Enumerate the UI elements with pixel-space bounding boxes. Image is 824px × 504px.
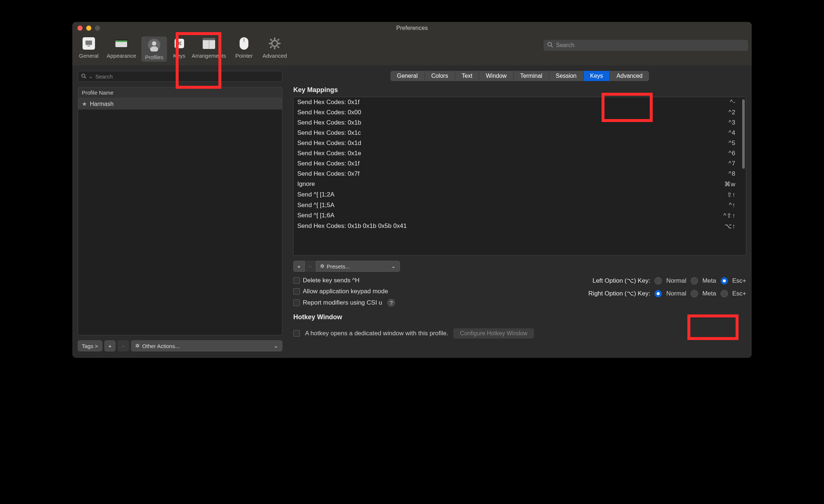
- add-profile-button[interactable]: +: [104, 340, 116, 351]
- tab-advanced[interactable]: Advanced: [610, 71, 649, 81]
- delete-key-checkbox[interactable]: [293, 277, 300, 284]
- presets-button[interactable]: ✲ Presets... ⌄: [316, 261, 400, 272]
- svg-line-21: [270, 39, 272, 41]
- svg-point-7: [152, 41, 156, 46]
- gear-icon: ✲: [320, 263, 325, 270]
- radio-label: Esc+: [732, 290, 746, 297]
- svg-point-27: [82, 74, 85, 77]
- pointer-icon: [237, 37, 251, 50]
- key-action: Send Hex Codes: 0x1d: [297, 140, 361, 147]
- key-shortcut: ⇧↑: [727, 191, 736, 199]
- help-icon[interactable]: ?: [387, 299, 395, 307]
- scrollbar-thumb[interactable]: [742, 99, 745, 169]
- right-option-meta[interactable]: [691, 290, 698, 297]
- toolbar-item-advanced[interactable]: Advanced: [262, 37, 287, 62]
- toolbar-label: Arrangements: [192, 53, 226, 59]
- svg-rect-13: [209, 40, 209, 49]
- toolbar-item-pointer[interactable]: Pointer: [231, 37, 257, 62]
- profiles-icon: [147, 38, 161, 52]
- key-action: Send Hex Codes: 0x1b 0x1b 0x5b 0x41: [297, 222, 407, 230]
- toolbar-item-general[interactable]: General: [76, 37, 102, 62]
- hotkey-checkbox[interactable]: [293, 330, 300, 337]
- radio-label: Esc+: [732, 277, 746, 285]
- tab-terminal[interactable]: Terminal: [514, 71, 549, 81]
- tab-colors[interactable]: Colors: [425, 71, 455, 81]
- keypad-checkbox[interactable]: [293, 288, 300, 295]
- svg-rect-12: [203, 38, 215, 40]
- key-shortcut: ^8: [729, 170, 736, 177]
- csi-u-checkbox[interactable]: [293, 299, 300, 306]
- key-shortcut: ^7: [729, 160, 736, 167]
- window-title: Preferences: [72, 25, 752, 31]
- toolbar-label: Appearance: [107, 53, 136, 59]
- configure-hotkey-button[interactable]: Configure Hotkey Window: [453, 328, 534, 339]
- radio-label: Normal: [666, 290, 686, 297]
- other-actions-button[interactable]: ✲ Other Actions... ⌄: [131, 340, 282, 351]
- toolbar-item-keys[interactable]: ⌘ Keys: [172, 37, 187, 62]
- key-mapping-row[interactable]: Ignore⌘w: [294, 179, 746, 190]
- hotkey-label: A hotkey opens a dedicated window with t…: [305, 330, 448, 337]
- remove-mapping-button[interactable]: −: [305, 261, 316, 272]
- key-action: Send Hex Codes: 0x1b: [297, 119, 361, 126]
- key-mapping-row[interactable]: Send Hex Codes: 0x7f^8: [294, 169, 746, 179]
- key-shortcut: ^2: [729, 109, 736, 116]
- profile-list-header: Profile Name: [78, 87, 282, 98]
- key-shortcut: ^3: [729, 119, 736, 126]
- left-option-esc[interactable]: [721, 277, 728, 285]
- key-mapping-row[interactable]: Send Hex Codes: 0x1b^3: [294, 118, 746, 128]
- svg-rect-2: [87, 46, 90, 46]
- svg-line-26: [551, 46, 553, 47]
- tab-window[interactable]: Window: [479, 71, 514, 81]
- profile-search[interactable]: ⌄ Search: [78, 71, 282, 82]
- right-option-esc[interactable]: [721, 290, 728, 297]
- tags-button[interactable]: Tags >: [78, 340, 102, 351]
- key-shortcut: ^-: [730, 99, 736, 106]
- key-action: Send Hex Codes: 0x1c: [297, 129, 361, 137]
- key-shortcut: ^4: [729, 129, 736, 137]
- chevron-down-icon: ⌄: [88, 73, 93, 80]
- key-mapping-row[interactable]: Send ^[ [1;2A⇧↑: [294, 190, 746, 200]
- key-mapping-row[interactable]: Send ^[ [1;5A^↑: [294, 200, 746, 210]
- toolbar-item-arrangements[interactable]: Arrangements: [192, 37, 226, 62]
- tab-general[interactable]: General: [390, 71, 425, 81]
- key-shortcut: ^⇧↑: [724, 212, 736, 219]
- key-action: Send ^[ [1;2A: [297, 191, 335, 199]
- toolbar-item-appearance[interactable]: Appearance: [107, 37, 136, 62]
- key-action: Send Hex Codes: 0x1e: [297, 150, 361, 157]
- profile-search-placeholder: Search: [95, 73, 113, 80]
- key-mapping-row[interactable]: Send Hex Codes: 0x1b 0x1b 0x5b 0x41⌥↑: [294, 221, 746, 232]
- profile-row[interactable]: ★ Harmash: [78, 98, 282, 110]
- right-option-normal[interactable]: [655, 290, 662, 297]
- tab-text[interactable]: Text: [455, 71, 479, 81]
- key-mapping-row[interactable]: Send Hex Codes: 0x1f^-: [294, 97, 746, 107]
- svg-line-23: [270, 46, 272, 48]
- svg-line-22: [278, 46, 279, 48]
- key-mapping-row[interactable]: Send Hex Codes: 0x1d^5: [294, 138, 746, 148]
- toolbar-search[interactable]: Search: [543, 40, 748, 51]
- left-option-normal[interactable]: [655, 277, 662, 285]
- svg-rect-1: [85, 41, 92, 45]
- left-option-meta[interactable]: [691, 277, 698, 285]
- other-actions-label: Other Actions...: [142, 343, 180, 349]
- key-mappings-table[interactable]: Send Hex Codes: 0x1f^-Send Hex Codes: 0x…: [293, 97, 746, 256]
- tab-keys[interactable]: Keys: [584, 71, 610, 81]
- toolbar-label: Pointer: [235, 53, 253, 59]
- toolbar: General Appearance Profiles ⌘ Keys: [72, 34, 752, 65]
- key-action: Send Hex Codes: 0x7f: [297, 170, 359, 177]
- key-mapping-row[interactable]: Send ^[ [1;6A^⇧↑: [294, 210, 746, 221]
- key-mappings-title: Key Mappings: [293, 86, 746, 94]
- appearance-icon: [114, 37, 128, 50]
- hotkey-title: Hotkey Window: [293, 313, 746, 321]
- key-mapping-row[interactable]: Send Hex Codes: 0x1c^4: [294, 128, 746, 138]
- tab-session[interactable]: Session: [549, 71, 584, 81]
- key-action: Send ^[ [1;5A: [297, 202, 335, 209]
- toolbar-item-profiles[interactable]: Profiles: [141, 37, 167, 62]
- general-icon: [82, 37, 96, 50]
- remove-profile-button[interactable]: −: [118, 340, 129, 351]
- key-mapping-row[interactable]: Send Hex Codes: 0x1e^6: [294, 148, 746, 159]
- key-mapping-row[interactable]: Send Hex Codes: 0x00^2: [294, 107, 746, 118]
- key-action: Send Hex Codes: 0x00: [297, 109, 361, 116]
- add-mapping-button[interactable]: +: [293, 261, 305, 272]
- key-mapping-row[interactable]: Send Hex Codes: 0x1f^7: [294, 159, 746, 169]
- advanced-icon: [268, 37, 282, 50]
